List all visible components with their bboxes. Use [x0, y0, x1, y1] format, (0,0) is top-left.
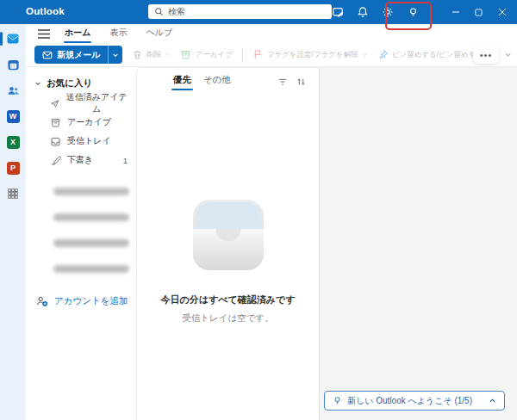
- maximize-button[interactable]: [467, 0, 490, 24]
- word-tile: W: [7, 110, 20, 123]
- trash-icon: [132, 49, 143, 60]
- close-button[interactable]: [490, 0, 514, 24]
- ribbon-tab-row: ホーム 表示 ヘルプ: [26, 24, 517, 43]
- chevron-up-icon: [489, 397, 496, 405]
- tab-view[interactable]: 表示: [102, 23, 134, 44]
- rail-word-icon[interactable]: W: [0, 108, 26, 124]
- feedback-icon[interactable]: [330, 4, 346, 20]
- rail-powerpoint-icon[interactable]: P: [0, 160, 26, 176]
- message-list-pane: 優先 その他: [136, 67, 320, 420]
- message-list-header: 優先 その他: [137, 68, 319, 92]
- chevron-down-icon: [362, 52, 368, 58]
- tab-focused[interactable]: 優先: [171, 71, 193, 92]
- add-account-button[interactable]: アカウントを追加: [36, 295, 128, 307]
- send-icon: [50, 98, 59, 109]
- welcome-callout-label: 新しい Outlook へようこそ (1/5): [347, 395, 472, 407]
- rail-mail-icon[interactable]: [0, 31, 26, 46]
- hamburger-menu-icon[interactable]: [34, 26, 53, 41]
- archive-icon: [50, 117, 61, 128]
- redacted-account-1[interactable]: [53, 188, 129, 195]
- tab-other[interactable]: その他: [202, 71, 233, 92]
- titlebar: Outlook 検索: [0, 0, 517, 24]
- empty-state: 今日の分はすべて確認済みです 受信トレイは空です。: [137, 197, 319, 324]
- list-header-icons: [277, 77, 307, 87]
- rail-more-apps-icon[interactable]: [0, 186, 26, 201]
- flag-button[interactable]: フラグを設定/フラグを解除: [252, 49, 368, 60]
- folder-inbox[interactable]: 受信トレイ: [26, 132, 136, 151]
- powerpoint-tile: P: [7, 162, 20, 175]
- filter-icon[interactable]: [277, 77, 288, 87]
- person-add-icon: [36, 295, 48, 307]
- tab-help[interactable]: ヘルプ: [138, 23, 180, 44]
- delete-button[interactable]: 削除: [132, 49, 171, 60]
- lightbulb-icon: [333, 396, 342, 405]
- excel-tile: X: [7, 136, 20, 149]
- app-body: W X P ホーム: [0, 24, 517, 420]
- chevron-down-icon: [34, 80, 41, 87]
- inbox-icon: [50, 136, 61, 147]
- more-commands-button[interactable]: •••: [473, 46, 499, 64]
- panes: お気に入り 送信済みアイテム アーカイブ: [26, 67, 517, 420]
- tab-home[interactable]: ホーム: [57, 23, 98, 44]
- new-mail-split-button[interactable]: 新規メール: [34, 46, 122, 64]
- empty-state-subtitle: 受信トレイは空です。: [182, 312, 273, 324]
- settings-icon[interactable]: [380, 4, 396, 20]
- drafts-count-badge: 1: [123, 156, 128, 165]
- archive-icon: [180, 49, 191, 60]
- empty-state-title: 今日の分はすべて確認済みです: [160, 293, 295, 306]
- toolbar-actions: 削除 アーカイブ フラグを設定/フラグを解除: [122, 48, 473, 61]
- archive-button[interactable]: アーカイブ: [180, 49, 232, 60]
- chevron-down-icon: [165, 52, 171, 58]
- redacted-account-2[interactable]: [53, 213, 129, 221]
- chevron-down-icon: [112, 52, 119, 59]
- rail-excel-icon[interactable]: X: [0, 134, 26, 150]
- outlook-window: Outlook 検索: [0, 0, 517, 420]
- window-controls: [444, 0, 514, 24]
- flag-icon: [252, 49, 264, 60]
- draft-icon: [50, 155, 61, 166]
- pin-button[interactable]: ピン留めする/ピン留めを外す: [377, 49, 473, 60]
- folder-pane: お気に入り 送信済みアイテム アーカイブ: [26, 67, 136, 420]
- search-icon: [154, 7, 164, 16]
- search-placeholder: 検索: [168, 6, 185, 18]
- folder-archive[interactable]: アーカイブ: [26, 113, 136, 132]
- mail-icon: [42, 50, 53, 60]
- app-logo: Outlook: [26, 6, 65, 16]
- new-mail-dropdown[interactable]: [108, 46, 122, 64]
- new-mail-label: 新規メール: [57, 49, 100, 61]
- app-rail: W X P: [0, 24, 26, 420]
- reading-pane: 新しい Outlook へようこそ (1/5): [320, 67, 517, 420]
- rail-calendar-icon[interactable]: [0, 57, 26, 72]
- minimize-button[interactable]: [444, 0, 467, 24]
- tips-icon[interactable]: [405, 4, 420, 20]
- redacted-account-3[interactable]: [53, 239, 129, 247]
- main-column: ホーム 表示 ヘルプ 新規メール: [26, 24, 517, 420]
- notifications-icon[interactable]: [355, 4, 371, 20]
- redacted-account-4[interactable]: [53, 265, 129, 273]
- new-mail-button[interactable]: 新規メール: [34, 46, 108, 64]
- sort-icon[interactable]: [296, 77, 307, 87]
- rail-people-icon[interactable]: [0, 83, 26, 98]
- folder-drafts[interactable]: 下書き 1: [26, 151, 136, 170]
- collapse-ribbon-icon[interactable]: [504, 51, 512, 59]
- toolbar: 新規メール 削除: [26, 43, 517, 67]
- ellipsis-icon: •••: [480, 52, 493, 58]
- folder-sent-items[interactable]: 送信済みアイテム: [26, 94, 136, 113]
- welcome-callout[interactable]: 新しい Outlook へようこそ (1/5): [324, 391, 505, 411]
- search-input[interactable]: 検索: [148, 4, 332, 19]
- pin-icon: [377, 49, 389, 60]
- toolbar-divider: [242, 48, 243, 61]
- empty-inbox-illustration: [190, 197, 266, 273]
- titlebar-icons: [330, 0, 420, 24]
